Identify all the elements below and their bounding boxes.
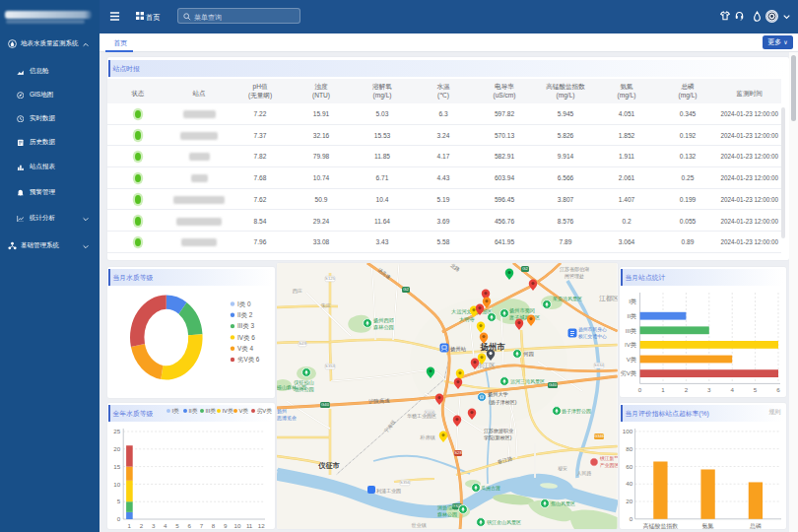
- svg-text:劣V类: 劣V类: [257, 408, 273, 415]
- svg-text:镇江金山风景区: 镇江金山风景区: [487, 519, 521, 526]
- svg-text:3: 3: [152, 521, 156, 528]
- svg-text:S125: S125: [325, 276, 335, 281]
- svg-text:I类: I类: [172, 408, 180, 414]
- svg-text:扬州大学: 扬州大学: [488, 391, 508, 398]
- svg-text:12: 12: [258, 521, 265, 528]
- svg-text:II类: II类: [189, 408, 198, 414]
- svg-text:扬子津野公园: 扬子津野公园: [562, 408, 591, 415]
- svg-text:I类: I类: [629, 298, 636, 304]
- svg-text:G40: G40: [321, 402, 330, 407]
- svg-text:朱庄: 朱庄: [321, 302, 331, 308]
- svg-text:仪征市: 仪征市: [317, 461, 340, 470]
- svg-text:V类: V类: [239, 408, 249, 414]
- svg-text:5: 5: [175, 521, 179, 528]
- svg-text:运河三湾风景区: 运河三湾风景区: [510, 378, 545, 385]
- svg-text:60: 60: [626, 462, 632, 469]
- svg-text:高锰酸盐指数: 高锰酸盐指数: [643, 521, 678, 529]
- svg-text:4: 4: [164, 521, 167, 528]
- svg-text:S28: S28: [454, 450, 462, 455]
- svg-text:劣V类: 劣V类: [621, 369, 637, 377]
- svg-text:0: 0: [638, 386, 642, 393]
- svg-text:2: 2: [140, 521, 144, 528]
- svg-text:10: 10: [233, 521, 240, 528]
- svg-text:(扬子津校区): (扬子津校区): [489, 399, 517, 406]
- svg-text:S49: S49: [299, 341, 306, 346]
- svg-text:S356: S356: [400, 480, 410, 485]
- svg-text:V类: V类: [627, 355, 636, 362]
- svg-text:焦山风景区: 焦山风景区: [551, 500, 575, 506]
- svg-text:25: 25: [113, 428, 120, 434]
- svg-text:瓜洲古渡: 瓜洲古渡: [481, 485, 500, 492]
- svg-text:15: 15: [113, 462, 120, 469]
- svg-text:10: 10: [113, 480, 120, 487]
- svg-text:大明寺: 大明寺: [459, 316, 475, 322]
- svg-text:0: 0: [630, 515, 633, 522]
- svg-text:森林公园: 森林公园: [373, 324, 394, 330]
- svg-text:唐子城风景区: 唐子城风景区: [509, 314, 540, 321]
- svg-text:扬州市蜀冈: 扬州市蜀冈: [509, 307, 535, 314]
- svg-text:III类: III类: [206, 408, 217, 414]
- svg-text:7: 7: [200, 521, 204, 528]
- svg-text:4: 4: [730, 386, 734, 393]
- svg-text:沪陕高速: 沪陕高速: [368, 397, 390, 404]
- svg-text:G2: G2: [522, 266, 528, 271]
- svg-text:江苏省邵伯湖: 江苏省邵伯湖: [560, 266, 589, 273]
- svg-text:S353: S353: [325, 364, 335, 368]
- svg-text:学院(新校区): 学院(新校区): [484, 434, 512, 441]
- svg-text:产业园区: 产业园区: [600, 462, 618, 468]
- svg-text:III类: III类: [626, 326, 636, 333]
- svg-text:5: 5: [754, 386, 758, 393]
- svg-text:5: 5: [117, 498, 121, 504]
- svg-text:IV类: IV类: [625, 341, 636, 348]
- svg-text:G40: G40: [549, 382, 558, 387]
- svg-text:润扬湿地: 润扬湿地: [436, 504, 457, 511]
- svg-text:100: 100: [623, 428, 633, 434]
- svg-text:何园: 何园: [523, 351, 534, 358]
- svg-text:总磷: 总磷: [749, 522, 762, 528]
- svg-text:捺山森林公园: 捺山森林公园: [277, 384, 306, 391]
- svg-text:20: 20: [626, 498, 632, 504]
- svg-text:镇江新**: 镇江新**: [599, 455, 618, 461]
- svg-text:劣V类 6: 劣V类 6: [237, 356, 260, 364]
- svg-text:扬州市民身心: 扬州市民身心: [578, 326, 607, 333]
- svg-text:朴席镇: 朴席镇: [419, 434, 435, 440]
- svg-text:6: 6: [776, 386, 780, 393]
- svg-text:利浦工业园: 利浦工业园: [376, 488, 401, 495]
- svg-text:1: 1: [661, 386, 665, 393]
- svg-text:11: 11: [246, 521, 253, 528]
- svg-text:穆安: 穆安: [558, 465, 567, 472]
- svg-text:40: 40: [626, 480, 632, 487]
- svg-text:江都区: 江都区: [599, 295, 617, 302]
- svg-text:S634: S634: [594, 363, 604, 367]
- svg-text:闸管理处: 闸管理处: [565, 273, 584, 280]
- svg-text:8: 8: [212, 521, 216, 528]
- svg-text:I类 0: I类 0: [237, 299, 251, 306]
- svg-text:1: 1: [128, 521, 132, 528]
- svg-text:氨氮: 氨氮: [702, 521, 714, 528]
- svg-text:G2: G2: [403, 287, 409, 292]
- svg-text:II类: II类: [627, 312, 636, 319]
- svg-text:世业镇: 世业镇: [411, 522, 427, 528]
- svg-text:扬州: 扬州: [277, 408, 287, 415]
- svg-text:森林公园: 森林公园: [437, 511, 457, 518]
- svg-text:华糖工业园区: 华糖工业园区: [407, 413, 436, 420]
- svg-text:2: 2: [685, 386, 689, 393]
- svg-text:II类 2: II类 2: [237, 311, 253, 318]
- svg-text:III类 3: III类 3: [237, 322, 254, 329]
- svg-text:3: 3: [707, 386, 711, 393]
- svg-text:6: 6: [187, 521, 191, 528]
- svg-text:扬州西郊: 扬州西郊: [373, 317, 394, 324]
- svg-text:IV类 6: IV类 6: [237, 333, 255, 340]
- svg-text:思博览会: 思博览会: [277, 415, 297, 422]
- svg-text:扬州站: 扬州站: [450, 346, 467, 353]
- svg-text:V类 4: V类 4: [237, 344, 253, 351]
- svg-text:20: 20: [113, 445, 120, 452]
- svg-text:80: 80: [626, 444, 632, 451]
- svg-text:人民路: 人民路: [577, 470, 592, 476]
- svg-text:9: 9: [224, 521, 228, 528]
- svg-text:0: 0: [117, 515, 121, 522]
- svg-text:IV类: IV类: [223, 408, 233, 414]
- svg-text:极汇交通中心: 极汇交通中心: [577, 333, 607, 339]
- svg-text:西庄: 西庄: [293, 288, 302, 294]
- svg-text:G346: G346: [594, 433, 605, 438]
